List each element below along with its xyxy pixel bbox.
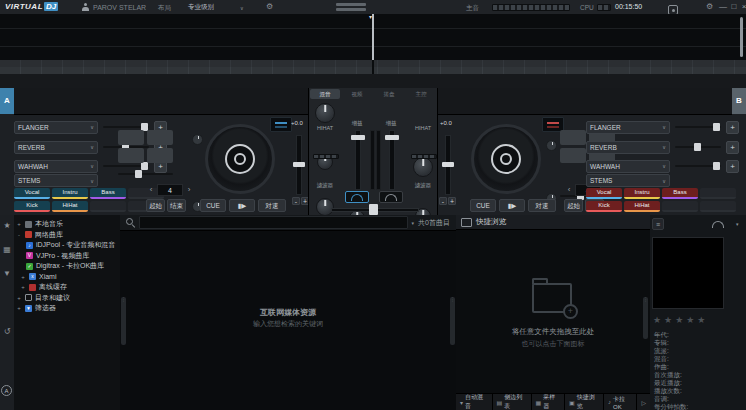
eq-knob-right[interactable] bbox=[413, 157, 433, 177]
stems-select[interactable]: STEMS∨ bbox=[586, 174, 670, 187]
loop-out-button[interactable]: 结束 bbox=[167, 199, 186, 212]
fx-select-2[interactable]: REVERB∨ bbox=[14, 141, 98, 154]
history-back-icon[interactable]: ↺ bbox=[0, 327, 14, 336]
stem-instru-button[interactable]: Instru bbox=[52, 188, 88, 199]
info-options-icon[interactable]: ▾ bbox=[736, 221, 739, 227]
tree-item-digitrax[interactable]: ✓ Digitrax - 卡拉OK曲库 bbox=[26, 261, 104, 271]
channel-fader-left[interactable] bbox=[355, 130, 361, 190]
filter-knob-left[interactable] bbox=[316, 198, 334, 216]
eq-knob-left[interactable] bbox=[315, 103, 335, 123]
stem-empty-button[interactable] bbox=[662, 201, 698, 212]
quick-settings-icon[interactable]: ⚙ bbox=[266, 2, 273, 11]
stem-instru-button[interactable]: Instru bbox=[624, 188, 660, 199]
tab-video[interactable]: 视频 bbox=[342, 89, 372, 99]
favorites-star-icon[interactable]: ★ bbox=[0, 221, 14, 230]
jog-wheel-a[interactable] bbox=[205, 124, 275, 194]
mini-knob-top[interactable] bbox=[192, 134, 203, 145]
search-input[interactable] bbox=[139, 216, 408, 229]
sideview-sidelist-button[interactable]: ▤ 侧边列表 bbox=[493, 394, 532, 410]
loop-length-display[interactable]: 4 bbox=[157, 184, 183, 196]
play-button[interactable]: ▮▶ bbox=[229, 199, 255, 212]
loop-half-button[interactable]: ‹ bbox=[146, 184, 156, 196]
hotcue-pad[interactable] bbox=[118, 130, 144, 145]
fx-select-3[interactable]: WAHWAH∨ bbox=[14, 160, 98, 173]
fx-slider-3[interactable] bbox=[675, 162, 721, 170]
loop-double-button[interactable]: › bbox=[184, 184, 194, 196]
cue-button[interactable]: CUE bbox=[200, 199, 226, 212]
pitch-plus-button[interactable]: + bbox=[448, 197, 456, 205]
tab-mixer[interactable]: 混音 bbox=[310, 89, 340, 99]
tab-scratch[interactable]: 搓盘 bbox=[374, 89, 404, 99]
hotcue-pad[interactable] bbox=[147, 130, 173, 145]
tree-item-idjpool[interactable]: ♪ iDJPool - 专业音频和混音 bbox=[26, 240, 115, 250]
cue-button[interactable]: CUE bbox=[470, 199, 496, 212]
deck-b-tab[interactable]: B bbox=[732, 88, 746, 114]
tree-item-local-music[interactable]: + 本地音乐 bbox=[16, 219, 63, 229]
loop-in-button[interactable]: 起始 bbox=[146, 199, 165, 212]
sideview-toggle-button[interactable]: ▷ bbox=[637, 394, 650, 410]
stem-bass-button[interactable]: Bass bbox=[90, 188, 126, 199]
jog-wheel-b[interactable] bbox=[471, 124, 541, 194]
hotcue-pad[interactable] bbox=[147, 148, 173, 163]
fx-slider-1[interactable] bbox=[675, 123, 721, 131]
hotcue-pad[interactable] bbox=[560, 130, 586, 145]
fx-add-button[interactable]: + bbox=[726, 160, 739, 173]
pfl-button-left[interactable] bbox=[345, 191, 369, 203]
waveform-scrollbar[interactable] bbox=[740, 17, 743, 57]
fx-slider-2[interactable] bbox=[675, 143, 721, 151]
panel-collapse-handle-info[interactable]: ⋮ bbox=[643, 297, 648, 339]
stem-empty-button[interactable] bbox=[700, 188, 736, 199]
info-list-button[interactable]: ≡ bbox=[652, 218, 664, 230]
fx-select-1[interactable]: FLANGER∨ bbox=[586, 121, 670, 134]
tree-item-vjpro[interactable]: V VJPro - 视频曲库 bbox=[26, 251, 89, 261]
stem-hihat-button[interactable]: HiHat bbox=[52, 201, 88, 212]
stem-hihat-button[interactable]: HiHat bbox=[624, 201, 660, 212]
sync-button[interactable]: 对速 bbox=[528, 199, 556, 212]
fx-add-button[interactable]: + bbox=[726, 141, 739, 154]
waveform-layout-icon[interactable] bbox=[336, 3, 366, 13]
expander-icon[interactable]: + bbox=[16, 295, 22, 301]
screens-icon[interactable]: ▦ bbox=[0, 245, 14, 254]
fx-select-3[interactable]: WAHWAH∨ bbox=[586, 160, 670, 173]
pitch-minus-button[interactable]: - bbox=[439, 197, 447, 205]
sideview-shortcuts-button[interactable]: ▣ 快捷浏览 bbox=[565, 394, 604, 410]
play-button[interactable]: ▮▶ bbox=[499, 199, 525, 212]
tree-item-online-library[interactable]: - 网络曲库 bbox=[16, 230, 63, 240]
key-slider-a[interactable] bbox=[118, 170, 173, 178]
hotcue-pad[interactable] bbox=[118, 148, 144, 163]
stem-empty-button[interactable] bbox=[90, 201, 126, 212]
expander-icon[interactable]: + bbox=[20, 284, 26, 290]
mini-knob-top[interactable] bbox=[546, 140, 557, 151]
prelisten-headphones-icon[interactable] bbox=[712, 221, 724, 228]
stem-vocal-button[interactable]: Vocal bbox=[14, 188, 50, 199]
settings-gear-icon[interactable]: ⚙ bbox=[706, 2, 713, 11]
stems-select[interactable]: STEMS∨ bbox=[14, 174, 98, 187]
filter-funnel-icon[interactable]: ▼ bbox=[0, 269, 14, 278]
expander-icon[interactable]: + bbox=[16, 305, 22, 311]
pfl-button-right[interactable] bbox=[379, 191, 403, 203]
sideview-karaoke-button[interactable]: ♪ 卡拉OK bbox=[604, 394, 637, 410]
tree-item-folders[interactable]: + 目录和建议 bbox=[16, 293, 70, 303]
hotcue-pad[interactable] bbox=[560, 148, 586, 163]
fx-select-1[interactable]: FLANGER∨ bbox=[14, 121, 98, 134]
stem-vocal-button[interactable]: Vocal bbox=[586, 188, 622, 199]
expander-icon[interactable]: - bbox=[16, 232, 22, 238]
stem-empty-button[interactable] bbox=[700, 201, 736, 212]
sideview-sampler-button[interactable]: ▦ 采样器 bbox=[532, 394, 565, 410]
pitch-fader-a[interactable] bbox=[296, 135, 302, 195]
tree-item-offline-cache[interactable]: + 离线缓存 bbox=[20, 282, 67, 292]
channel-fader-right[interactable] bbox=[389, 130, 395, 190]
sideview-automix-button[interactable]: ▾ 自动混音 bbox=[456, 394, 493, 410]
deck-a-tab[interactable]: A bbox=[0, 88, 14, 114]
pitch-minus-button[interactable]: - bbox=[292, 197, 300, 205]
fx-select-2[interactable]: REVERB∨ bbox=[586, 141, 670, 154]
pitch-fader-b[interactable] bbox=[445, 135, 451, 195]
rating-stars[interactable]: ★★★★★ bbox=[653, 315, 708, 325]
layout-select[interactable]: 专业级别 ∨ bbox=[188, 3, 244, 12]
expander-icon[interactable]: + bbox=[16, 221, 22, 227]
font-size-button[interactable]: A bbox=[1, 385, 12, 396]
crossfader-handle[interactable] bbox=[369, 204, 378, 215]
stem-bass-button[interactable]: Bass bbox=[662, 188, 698, 199]
tree-item-filters[interactable]: + ▼ 筛选器 bbox=[16, 303, 56, 313]
fx-slider-3[interactable] bbox=[103, 162, 149, 170]
